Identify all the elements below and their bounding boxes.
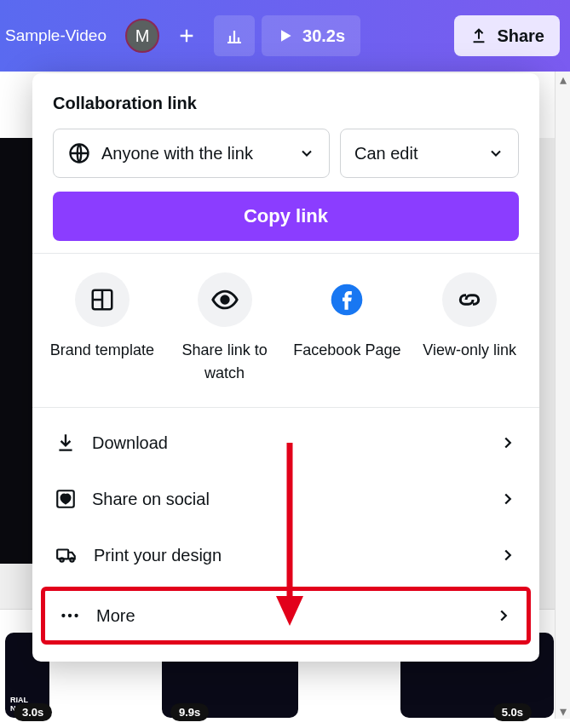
play-duration-button[interactable]: 30.2s — [262, 15, 360, 56]
link-access-label: Anyone with the link — [101, 144, 253, 163]
action-label: Print your design — [94, 546, 222, 565]
eye-icon — [210, 285, 239, 314]
clip-duration-badge: 3.0s — [14, 703, 52, 721]
scroll-down-arrow[interactable]: ▾ — [556, 703, 570, 719]
svg-point-2 — [221, 296, 228, 304]
actions-list: Download Share on social Print your desi… — [32, 408, 539, 655]
chevron-right-icon — [494, 606, 513, 625]
copy-link-label: Copy link — [244, 205, 328, 227]
more-icon — [59, 605, 81, 627]
share-panel: Collaboration link Anyone with the link … — [32, 73, 539, 662]
chevron-right-icon — [498, 546, 517, 565]
clip-duration-badge: 9.9s — [170, 703, 209, 721]
scroll-up-arrow[interactable]: ▴ — [556, 72, 570, 87]
vertical-scrollbar[interactable]: ▴ ▾ — [555, 72, 570, 719]
avatar[interactable]: M — [125, 19, 159, 53]
clip-duration-badge: 5.0s — [493, 703, 532, 721]
share-option-label: Share link to watch — [165, 339, 285, 385]
truck-icon — [55, 544, 78, 566]
action-label: Share on social — [92, 490, 210, 509]
share-button[interactable]: Share — [454, 15, 560, 56]
chevron-right-icon — [498, 490, 517, 508]
analytics-button[interactable] — [214, 15, 255, 56]
action-print[interactable]: Print your design — [32, 527, 539, 583]
action-label: Download — [92, 433, 168, 453]
bar-chart-icon — [224, 26, 245, 46]
action-download[interactable]: Download — [32, 415, 539, 471]
plus-icon — [177, 26, 196, 45]
share-option-view-only[interactable]: View-only link — [410, 272, 529, 385]
share-option-brand-template[interactable]: Brand template — [43, 272, 162, 385]
share-option-watch-link[interactable]: Share link to watch — [165, 272, 285, 385]
share-button-label: Share — [497, 26, 544, 46]
link-icon — [456, 286, 483, 313]
action-more[interactable]: More — [41, 587, 531, 645]
avatar-letter: M — [135, 26, 150, 46]
svg-point-10 — [74, 614, 78, 617]
top-toolbar: Sample-Video M 30.2s Share — [0, 0, 570, 72]
add-collaborator-button[interactable] — [166, 15, 207, 56]
chevron-right-icon — [498, 433, 517, 452]
share-option-label: Facebook Page — [293, 339, 400, 362]
duration-text: 30.2s — [302, 26, 345, 46]
action-label: More — [96, 606, 135, 626]
template-icon — [89, 287, 115, 312]
share-option-facebook[interactable]: Facebook Page — [287, 272, 406, 385]
svg-point-9 — [68, 614, 72, 617]
upload-icon — [469, 26, 488, 45]
heart-square-icon — [55, 488, 77, 510]
share-option-label: Brand template — [50, 339, 154, 362]
panel-title: Collaboration link — [53, 94, 519, 113]
chevron-down-icon — [487, 145, 504, 162]
link-access-select[interactable]: Anyone with the link — [53, 129, 330, 178]
chevron-down-icon — [298, 145, 315, 162]
facebook-icon — [330, 283, 364, 317]
copy-link-button[interactable]: Copy link — [53, 192, 519, 241]
action-share-social[interactable]: Share on social — [32, 471, 539, 527]
play-icon — [277, 26, 294, 45]
globe-icon — [67, 141, 91, 165]
svg-point-8 — [61, 614, 65, 617]
download-icon — [55, 432, 77, 454]
share-options-grid: Brand template Share link to watch Faceb… — [32, 254, 539, 407]
permission-select[interactable]: Can edit — [340, 129, 519, 178]
share-option-label: View-only link — [423, 339, 516, 362]
permission-label: Can edit — [354, 144, 418, 163]
document-title: Sample-Video — [5, 26, 107, 45]
